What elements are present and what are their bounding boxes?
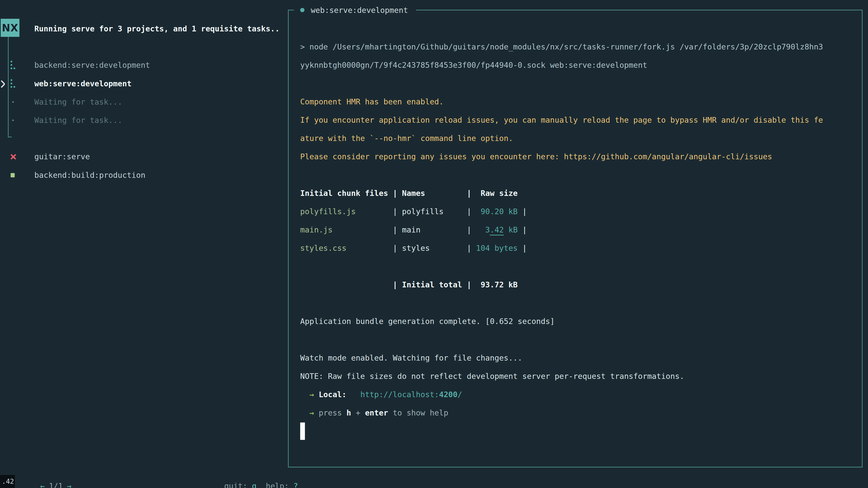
- panel-title: web:serve:development: [311, 6, 408, 15]
- border-stub: [288, 10, 294, 10]
- terminal-line: If you encounter application reload issu…: [300, 111, 823, 129]
- waiting-dot-icon: [12, 101, 14, 103]
- terminal-text: [300, 408, 309, 417]
- task-item-backend-serve[interactable]: backend:serve:development: [0, 56, 287, 74]
- task-label: Waiting for task...: [34, 93, 122, 111]
- terminal-line: Please consider reporting any issues you…: [300, 148, 823, 166]
- terminal-text: press: [314, 408, 346, 417]
- terminal-line: styles.css | styles | 104 bytes |: [300, 239, 823, 257]
- pager-current: 1/1: [49, 482, 63, 488]
- terminal-text: kB: [504, 225, 518, 234]
- task-label-selected: web:serve:development: [34, 74, 131, 93]
- terminal-line: NOTE: Raw file sizes do not reflect deve…: [300, 367, 823, 385]
- terminal-output: > node /Users/mhartington/Github/guitars…: [300, 38, 823, 440]
- pager-next-arrow-icon[interactable]: →: [67, 482, 71, 488]
- terminal-text: Watch mode enabled. Watching for file ch…: [300, 353, 522, 362]
- terminal-text: .42: [490, 225, 504, 234]
- terminal-line: → press h + enter to show help: [300, 404, 823, 422]
- task-item-waiting-1[interactable]: Waiting for task...: [0, 93, 287, 111]
- nx-logo-text: NX: [2, 22, 18, 34]
- terminal-text: Please consider reporting any issues you…: [300, 152, 772, 161]
- terminal-text: Initial chunk files | Names | Raw size: [300, 189, 518, 198]
- selection-pointer-icon: [0, 79, 6, 89]
- local-arrow-icon: →: [309, 390, 314, 399]
- terminal-text: main.js: [300, 225, 333, 234]
- terminal-line: Component HMR has been enabled.: [300, 93, 823, 111]
- running-dot-icon: [300, 8, 305, 12]
- terminal-text: [346, 390, 360, 399]
- task-label: Waiting for task...: [34, 111, 122, 129]
- terminal-line: main.js | main | 3.42 kB |: [300, 221, 823, 239]
- terminal-line: > node /Users/mhartington/Github/guitars…: [300, 38, 823, 56]
- terminal-line: [300, 330, 823, 349]
- task-tree-corner: [8, 137, 12, 137]
- terminal-text: 3: [476, 225, 490, 234]
- cursor: [300, 422, 305, 440]
- task-item-waiting-2[interactable]: Waiting for task...: [0, 111, 287, 129]
- panel-title-bar: web:serve:development: [288, 1, 863, 19]
- terminal-text: enter: [365, 408, 388, 417]
- help-arrow-icon: →: [309, 408, 314, 417]
- terminal-text: NOTE: Raw file sizes do not reflect deve…: [300, 372, 684, 381]
- task-item-guitar-serve[interactable]: guitar:serve: [0, 148, 287, 166]
- terminal-line: [300, 257, 823, 275]
- terminal-text: [314, 390, 318, 399]
- pager: ←1/1→: [12, 459, 71, 477]
- quit-key: q: [252, 482, 256, 488]
- terminal-line: [300, 74, 823, 93]
- success-square-icon: [11, 173, 15, 177]
- task-item-web-serve[interactable]: web:serve:development: [0, 74, 287, 93]
- terminal-line: → Local: http://localhost:4200/: [300, 385, 823, 404]
- terminal-line: Watch mode enabled. Watching for file ch…: [300, 349, 823, 367]
- terminal-line: polyfills.js | polyfills | 90.20 kB |: [300, 202, 823, 221]
- task-item-backend-build[interactable]: backend:build:production: [0, 166, 287, 184]
- task-output-panel: web:serve:development > node /Users/mhar…: [288, 10, 863, 467]
- terminal-text: | styles |: [346, 243, 476, 253]
- terminal-text: [300, 390, 309, 399]
- local-url-slash[interactable]: /: [458, 390, 462, 399]
- terminal-text: Component HMR has been enabled.: [300, 97, 444, 106]
- terminal-text: 104 bytes: [476, 243, 518, 253]
- quit-hint-label: quit:: [224, 482, 247, 488]
- spinner-icon: [11, 79, 16, 88]
- terminal-line: Initial chunk files | Names | Raw size: [300, 184, 823, 202]
- task-label: backend:build:production: [34, 166, 145, 184]
- help-key: ?: [293, 482, 298, 488]
- terminal-text: Local:: [319, 390, 346, 399]
- terminal-line: [300, 166, 823, 184]
- terminal-text: yyknnbtgh0000gn/T/9f4c243785f8453e3f00/f…: [300, 61, 647, 70]
- terminal-text: 90.20 kB: [476, 207, 518, 216]
- terminal-text: ature with the `--no-hmr` command line o…: [300, 134, 513, 143]
- terminal-text: > node /Users/mhartington/Github/guitars…: [300, 42, 823, 51]
- terminal-text: styles.css: [300, 243, 346, 253]
- terminal-line: ature with the `--no-hmr` command line o…: [300, 129, 823, 148]
- terminal-text: If you encounter application reload issu…: [300, 116, 823, 125]
- link-preview-tooltip: .42: [0, 475, 15, 488]
- terminal-text: h: [346, 408, 351, 417]
- terminal-text: to show help: [388, 408, 448, 417]
- local-url-port[interactable]: 4200: [439, 390, 458, 399]
- sidebar-title: Running serve for 3 projects, and 1 requ…: [34, 20, 280, 38]
- task-label: backend:serve:development: [34, 56, 150, 74]
- failed-x-icon: [10, 154, 17, 160]
- terminal-line: [300, 422, 823, 440]
- terminal-text: | Initial total | 93.72 kB: [300, 280, 518, 289]
- border-line: [416, 10, 863, 10]
- local-url-link[interactable]: http://localhost:: [360, 390, 439, 399]
- terminal-text: polyfills.js: [300, 207, 356, 216]
- waiting-dot-icon: [12, 120, 14, 121]
- terminal-text: |: [518, 243, 527, 253]
- nx-logo: NX: [1, 19, 20, 37]
- help-hint-label: help:: [266, 482, 289, 488]
- terminal-text: |: [518, 225, 527, 234]
- terminal-text: +: [351, 408, 365, 417]
- terminal-text: |: [518, 207, 527, 216]
- terminal-text: | polyfills |: [356, 207, 476, 216]
- pager-prev-arrow-icon[interactable]: ←: [40, 482, 45, 488]
- terminal-line: | Initial total | 93.72 kB: [300, 275, 823, 294]
- spinner-icon: [11, 61, 16, 69]
- terminal-text: Application bundle generation complete. …: [300, 317, 555, 326]
- terminal-line: Application bundle generation complete. …: [300, 312, 823, 330]
- keyboard-hints: quit:qhelp:?: [196, 459, 298, 477]
- terminal-line: [300, 294, 823, 312]
